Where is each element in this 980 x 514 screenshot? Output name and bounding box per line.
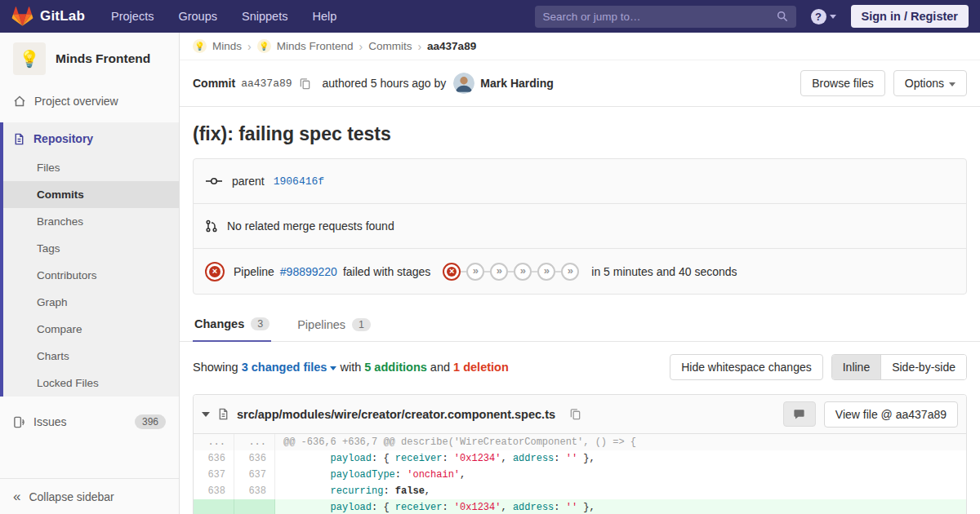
- code-line: recurring: false,: [275, 483, 966, 499]
- gitlab-tanuki-icon[interactable]: [11, 6, 33, 27]
- collapse-sidebar-button[interactable]: « Collapse sidebar: [0, 478, 179, 514]
- breadcrumb-commits[interactable]: Commits: [368, 40, 412, 52]
- sidebar-item-contributors[interactable]: Contributors: [3, 262, 179, 289]
- sidebar-project-header[interactable]: 💡 Minds Frontend: [0, 33, 179, 86]
- sidebar-item-graph[interactable]: Graph: [3, 289, 179, 316]
- old-line-number: ...: [194, 434, 234, 450]
- inline-view-button[interactable]: Inline: [832, 355, 880, 379]
- stage-connector: [532, 271, 537, 273]
- pipeline-status-text: failed with stages: [343, 265, 430, 278]
- sidebar-item-label: Repository: [33, 132, 93, 145]
- mr-status-text: No related merge requests found: [227, 219, 394, 233]
- project-sidebar: 💡 Minds Frontend Project overview Reposi…: [0, 33, 180, 514]
- project-avatar-small: 💡: [257, 39, 271, 53]
- copy-icon: [299, 78, 311, 90]
- stage-failed-icon[interactable]: [443, 263, 461, 281]
- code-line: payloadType: 'onchain',: [275, 467, 966, 483]
- pipeline-id-link[interactable]: #98899220: [280, 265, 337, 278]
- repository-section: Repository Files Commits Branches Tags C…: [0, 122, 179, 397]
- sidebar-item-charts[interactable]: Charts: [3, 343, 179, 370]
- stage-skipped-icon[interactable]: [466, 263, 484, 281]
- author-avatar[interactable]: [453, 73, 474, 94]
- diff-added-row[interactable]: payload: { receiver: '0x1234', address: …: [194, 499, 966, 514]
- new-line-number: [234, 499, 275, 514]
- sidebar-item-locked-files[interactable]: Locked Files: [3, 370, 179, 397]
- old-line-number: 637: [194, 467, 234, 483]
- sidebar-item-commits[interactable]: Commits: [3, 181, 179, 208]
- sidebar-item-label: Project overview: [34, 95, 118, 108]
- sidebar-item-repository[interactable]: Repository: [3, 122, 179, 154]
- issues-count-badge: 396: [135, 414, 166, 429]
- side-by-side-view-button[interactable]: Side-by-side: [880, 355, 966, 379]
- diff-code-row[interactable]: 637 637 payloadType: 'onchain',: [194, 467, 966, 483]
- with-text: with: [340, 361, 361, 374]
- collapse-icon: «: [13, 490, 20, 503]
- options-dropdown-button[interactable]: Options: [893, 70, 967, 96]
- new-line-number: 638: [234, 483, 275, 499]
- breadcrumb-separator: ›: [247, 40, 252, 53]
- sidebar-item-compare[interactable]: Compare: [3, 316, 179, 343]
- parent-sha-link[interactable]: 1906416f: [274, 175, 324, 188]
- copy-sha-button[interactable]: [297, 76, 313, 91]
- nav-link-snippets[interactable]: Snippets: [242, 10, 287, 23]
- pipeline-failed-icon[interactable]: [205, 262, 225, 281]
- stage-connector: [484, 271, 490, 273]
- file-icon: [217, 408, 229, 420]
- sidebar-item-issues[interactable]: Issues 396: [0, 406, 179, 437]
- commit-sha: aa437a89: [241, 78, 292, 90]
- sidebar-item-files[interactable]: Files: [3, 154, 179, 181]
- pipeline-duration-text: in 5 minutes and 40 seconds: [591, 265, 737, 278]
- old-line-number: 636: [194, 450, 234, 467]
- search-icon: [777, 11, 788, 22]
- stage-connector: [508, 271, 514, 273]
- sidebar-item-branches[interactable]: Branches: [3, 208, 179, 235]
- help-menu[interactable]: ?: [811, 9, 836, 24]
- nav-link-groups[interactable]: Groups: [178, 10, 217, 23]
- breadcrumb-project[interactable]: Minds Frontend: [277, 40, 354, 52]
- toggle-comments-button[interactable]: [783, 401, 816, 427]
- parent-label: parent: [232, 175, 265, 188]
- author-name[interactable]: Mark Harding: [480, 77, 553, 90]
- commit-info-box: parent 1906416f No related merge request…: [193, 158, 967, 295]
- pipelines-count-badge: 1: [352, 318, 371, 331]
- commit-icon: [205, 175, 223, 187]
- stage-connector: [555, 271, 561, 273]
- authored-text: authored 5 hours ago by: [323, 77, 447, 90]
- breadcrumb-separator: ›: [359, 40, 363, 53]
- stage-skipped-icon[interactable]: [490, 263, 508, 281]
- chevron-down-icon: [830, 15, 836, 19]
- hide-whitespace-button[interactable]: Hide whitespace changes: [670, 354, 823, 380]
- nav-link-help[interactable]: Help: [312, 10, 336, 23]
- sign-in-register-button[interactable]: Sign in / Register: [851, 5, 969, 28]
- diff-code-row[interactable]: 636 636 payload: { receiver: '0x1234', a…: [194, 450, 966, 467]
- commit-header: Commit aa437a89 authored 5 hours ago by …: [180, 60, 980, 107]
- stage-skipped-icon[interactable]: [561, 263, 579, 281]
- changed-files-dropdown[interactable]: 3 changed files: [242, 361, 337, 374]
- search-input[interactable]: Search or jump to…: [535, 6, 796, 28]
- document-icon: [13, 133, 25, 145]
- tab-pipelines[interactable]: Pipelines 1: [296, 306, 372, 341]
- collapse-diff-icon[interactable]: [202, 412, 210, 417]
- brand-title[interactable]: GitLab: [40, 8, 85, 24]
- new-line-number: 637: [234, 467, 275, 483]
- changes-count-badge: 3: [251, 317, 270, 330]
- diff-summary-bar: Showing 3 changed files with 5 additions…: [180, 342, 980, 392]
- tab-changes[interactable]: Changes 3: [193, 306, 271, 342]
- and-text: and: [430, 361, 450, 374]
- browse-files-button[interactable]: Browse files: [800, 70, 884, 96]
- new-line-number: 636: [234, 450, 275, 467]
- stage-skipped-icon[interactable]: [537, 263, 555, 281]
- nav-link-projects[interactable]: Projects: [111, 10, 154, 23]
- parent-row: parent 1906416f: [194, 159, 966, 204]
- view-file-button[interactable]: View file @ aa437a89: [824, 401, 958, 428]
- diff-file-path[interactable]: src/app/modules/wire/creator/creator.com…: [237, 408, 555, 421]
- sidebar-item-tags[interactable]: Tags: [3, 235, 179, 262]
- sidebar-item-project-overview[interactable]: Project overview: [0, 86, 179, 116]
- stage-skipped-icon[interactable]: [514, 263, 532, 281]
- breadcrumb-group[interactable]: Minds: [212, 40, 242, 52]
- copy-icon: [569, 408, 581, 420]
- merge-request-row: No related merge requests found: [194, 204, 966, 249]
- copy-file-path-button[interactable]: [568, 406, 583, 422]
- issues-icon: [13, 416, 25, 428]
- diff-code-row[interactable]: 638 638 recurring: false,: [194, 483, 966, 499]
